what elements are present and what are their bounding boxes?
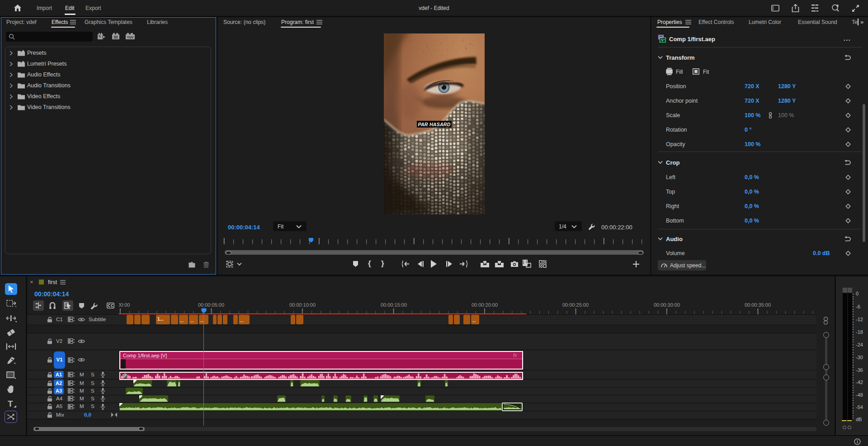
- svg-text:32: 32: [113, 35, 118, 39]
- svg-text:YUV: YUV: [127, 36, 134, 39]
- svg-text:PAR HASARD: PAR HASARD: [418, 122, 450, 127]
